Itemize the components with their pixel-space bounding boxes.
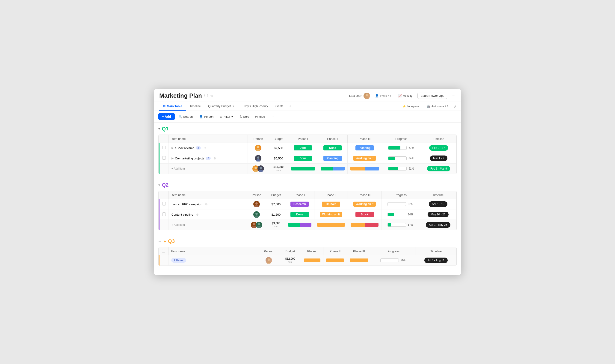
q2-sum-checkbox — [159, 220, 169, 230]
q2-table: Item name Person Budget Phase I Phase II… — [159, 191, 456, 230]
dots-icon: ··· — [158, 240, 161, 243]
header-right: Last seen 👤 Invite / 4 📈 Activity Board … — [349, 92, 457, 99]
row-checkbox[interactable] — [162, 202, 166, 206]
q2-row1-checkbox — [159, 199, 169, 209]
filter-button[interactable]: ⊟ Filter ▾ — [217, 113, 236, 120]
person-button[interactable]: 👤 Person — [196, 113, 216, 120]
q1-row2-phase3[interactable]: Working on it — [347, 153, 382, 164]
q2-row2-budget: $1,500 — [267, 209, 285, 220]
tab-timeline[interactable]: Timeline — [186, 102, 204, 111]
expand-icon[interactable]: ▶ — [172, 157, 174, 160]
q2-row1-phase1[interactable]: Research — [285, 199, 314, 209]
add-sub-item-icon[interactable]: ⊕ — [203, 146, 206, 150]
q2-row2-phase3[interactable]: Stuck — [348, 209, 382, 220]
q2-sum-phase2 — [314, 220, 348, 230]
phase3-badge: Working on it — [353, 156, 375, 161]
collapsed-badge[interactable]: 2 Items — [171, 258, 186, 263]
q1-row1-person — [248, 143, 269, 153]
progress-bar — [388, 213, 406, 216]
group-q1-collapse[interactable]: ▾ — [158, 127, 160, 131]
table-row: Launch PPC campaign ⊕ — [159, 199, 456, 209]
more-tools-button[interactable]: ··· — [269, 113, 277, 120]
group-q1-title[interactable]: Q1 — [162, 126, 169, 132]
row-checkbox[interactable] — [162, 212, 166, 216]
avatar — [257, 165, 264, 172]
add-tab-button[interactable]: + — [287, 102, 294, 111]
tab-main-table[interactable]: ⊞ Main Table — [159, 102, 186, 111]
activity-icon: 📈 — [398, 94, 402, 97]
q2-row1-phase2[interactable]: On-hold — [314, 199, 348, 209]
q1-phase2-header: Phase II — [318, 135, 348, 143]
more-options-button[interactable]: ··· — [450, 92, 457, 99]
integrate-button[interactable]: ⚡ Integrate — [401, 104, 421, 109]
q2-row2-progress: 34% — [382, 209, 420, 220]
add-item-button[interactable]: + Add Item — [169, 220, 246, 230]
q2-timeline-header: Timeline — [420, 191, 456, 199]
star-icon[interactable]: ☆ — [210, 93, 214, 98]
sort-button[interactable]: ⇅ Sort — [237, 113, 252, 120]
q2-row2-name[interactable]: Content pipeline ⊕ — [169, 209, 246, 220]
progress-pct: 51% — [408, 167, 414, 170]
avatar — [256, 222, 262, 228]
add-item-button[interactable]: + Add Item — [169, 164, 248, 174]
home-icon: ⊞ — [163, 104, 165, 108]
q2-row2-phase2[interactable]: Working on it — [314, 209, 348, 220]
tab-gantt[interactable]: Gantt — [272, 102, 287, 111]
add-sub-item-icon[interactable]: ⊕ — [214, 156, 216, 160]
q2-row1-phase3[interactable]: Working on it — [348, 199, 382, 209]
group-q2-collapse[interactable]: ▾ — [158, 183, 160, 187]
svg-point-19 — [267, 261, 271, 263]
q1-row2-name[interactable]: ▶ Co-marketing projects 2 ⊕ — [169, 153, 248, 164]
expand-icon[interactable]: ▶ — [172, 146, 174, 150]
q2-row2-timeline: May 10 - 26 — [420, 209, 456, 220]
info-icon[interactable]: ⓘ — [204, 93, 208, 98]
q1-row1-phase1[interactable]: Done — [288, 143, 318, 153]
svg-point-12 — [255, 213, 258, 215]
collapse-button[interactable]: ∧ — [454, 104, 457, 108]
group-q2-title[interactable]: Q2 — [162, 182, 169, 188]
select-all-q3[interactable] — [162, 249, 165, 252]
activity-button[interactable]: 📈 Activity — [396, 93, 414, 98]
phase1-badge: Research — [290, 202, 309, 207]
q1-row2-phase2[interactable]: Planning — [318, 153, 348, 164]
app-window: Marketing Plan ⓘ ☆ Last seen 👤 Invite / … — [154, 89, 461, 275]
q2-checkbox-header — [159, 191, 169, 199]
q2-sum-budget: $9,000 sum — [267, 220, 285, 230]
q3-collapsed-items[interactable]: 2 Items — [168, 255, 258, 266]
group-q2-header: ▾ Q2 — [158, 181, 457, 189]
q1-row2-phase1[interactable]: Done — [288, 153, 318, 164]
progress-pct: 34% — [408, 157, 414, 160]
svg-point-11 — [254, 205, 259, 207]
automate-button[interactable]: 🤖 Automate / 3 — [425, 104, 450, 109]
tab-noys-high-priority[interactable]: Noy's High Priority — [240, 102, 272, 111]
select-all-q2[interactable] — [162, 193, 165, 196]
row-checkbox[interactable] — [162, 146, 166, 149]
q1-sum-phase3 — [347, 164, 382, 174]
phase3-badge: Planning — [355, 145, 374, 150]
search-icon: 🔍 — [178, 115, 182, 118]
add-button[interactable]: + Add — [158, 113, 175, 120]
invite-button[interactable]: 👤 Invite / 4 — [373, 93, 393, 98]
add-sub-item-icon[interactable]: ⊕ — [196, 213, 199, 216]
q2-row1-name[interactable]: Launch PPC campaign ⊕ — [169, 199, 246, 209]
board-powerups-button[interactable]: Board Power-Ups — [417, 93, 447, 99]
q1-row1-phase3[interactable]: Planning — [347, 143, 382, 153]
svg-point-1 — [365, 97, 369, 99]
q2-row2-phase1[interactable]: Done — [285, 209, 314, 220]
q3-item-name-header: Item name — [168, 247, 258, 255]
tab-quarterly-budget[interactable]: Quarterly Budget S... — [204, 102, 240, 111]
hide-button[interactable]: ◷ Hide — [253, 113, 268, 120]
add-sub-item-icon[interactable]: ⊕ — [205, 202, 208, 206]
search-button[interactable]: 🔍 Search — [176, 113, 196, 120]
progress-fill — [388, 213, 394, 216]
select-all-q1[interactable] — [162, 137, 165, 140]
phase2-badge: Done — [323, 145, 342, 150]
timeline-badge: Mar 1 - 9 — [430, 156, 447, 161]
row-checkbox[interactable] — [162, 156, 166, 160]
group-q3-title[interactable]: Q3 — [168, 238, 175, 244]
q2-sum-timeline: Apr 1 - May 26 — [420, 220, 456, 230]
q1-row1-phase2[interactable]: Done — [318, 143, 348, 153]
header: Marketing Plan ⓘ ☆ Last seen 👤 Invite / … — [154, 89, 461, 102]
group-q3-collapse[interactable]: ▶ — [164, 239, 166, 243]
q1-row1-name[interactable]: ▶ eBook revamp 3 ⊕ — [169, 143, 248, 153]
